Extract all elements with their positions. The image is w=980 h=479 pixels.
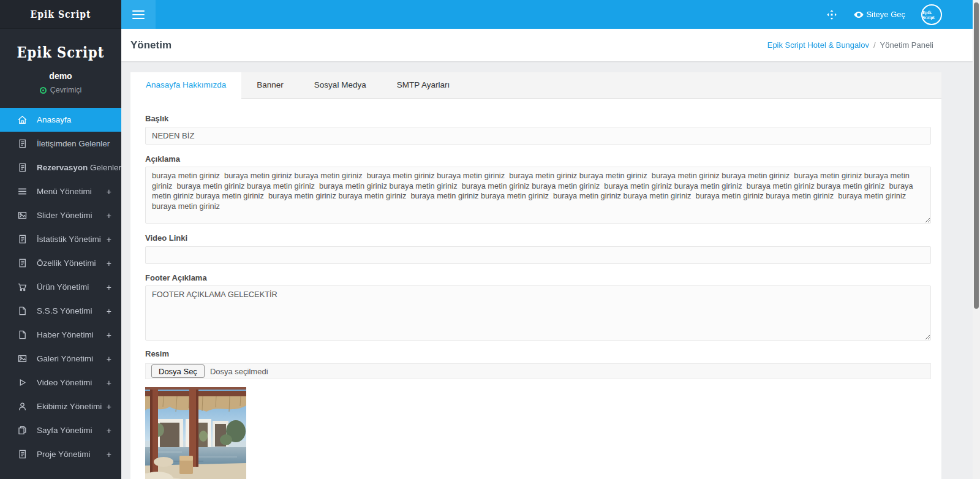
expand-plus-icon[interactable]: + <box>107 330 111 340</box>
sidebar-item-label: S.S.S Yönetimi <box>37 306 107 315</box>
footer-description-field-label: Footer Açıklama <box>145 273 931 282</box>
sidebar-item[interactable]: Özellik Yönetimi+ <box>0 251 121 275</box>
image-icon <box>17 210 28 221</box>
description-field-textarea[interactable]: buraya metin giriniz buraya metin girini… <box>145 167 931 224</box>
user-icon <box>17 401 28 412</box>
description-field-label: Açıklama <box>145 154 931 164</box>
avatar[interactable]: Epik Script <box>921 4 942 25</box>
video-link-field-input[interactable] <box>145 246 931 264</box>
visit-site-button[interactable]: Siteye Geç <box>853 9 905 20</box>
page-title: Yönetim <box>130 39 172 51</box>
tab-banner[interactable]: Banner <box>241 72 299 99</box>
visit-site-label: Siteye Geç <box>866 10 905 19</box>
expand-plus-icon[interactable]: + <box>107 258 111 268</box>
sidebar-item-label: Video Yönetimi <box>37 378 107 387</box>
note-icon <box>17 258 28 269</box>
sidebar-item[interactable]: Anasayfa <box>0 108 121 132</box>
image-field-label: Resim <box>145 349 931 358</box>
expand-plus-icon[interactable]: + <box>107 402 111 412</box>
home-icon <box>17 115 28 126</box>
sidebar-item[interactable]: Proje Yönetimi+ <box>0 442 121 466</box>
sidebar-item-label: Menü Yönetimi <box>37 187 107 196</box>
sidebar-item-label: Galeri Yönetimi <box>37 354 107 363</box>
title-field-input[interactable] <box>145 127 931 145</box>
sidebar-item-label: Sayfa Yönetimi <box>37 426 107 435</box>
sidebar-item[interactable]: Menü Yönetimi+ <box>0 179 121 203</box>
fullscreen-arrows-icon[interactable] <box>826 9 837 20</box>
expand-plus-icon[interactable]: + <box>107 306 111 316</box>
resort-pool-photo <box>145 387 246 479</box>
eye-icon <box>853 9 864 20</box>
breadcrumb-link[interactable]: Epik Script Hotel & Bungalov <box>767 40 869 50</box>
pages-icon <box>17 425 28 436</box>
expand-plus-icon[interactable]: + <box>107 354 111 364</box>
online-ring-icon <box>40 87 47 94</box>
tab-anasayfa-hakk-m-zda[interactable]: Anasayfa Hakkımızda <box>130 72 241 99</box>
footer-description-field-textarea[interactable]: FOOTER AÇIKLAMA GELECEKTİR <box>145 285 931 341</box>
note-icon <box>17 162 28 173</box>
sidebar-item-label: Ekibimiz Yönetimi <box>37 402 107 411</box>
expand-plus-icon[interactable]: + <box>107 282 111 292</box>
note-icon <box>17 234 28 245</box>
sidebar-brand[interactable]: Epik Script <box>0 0 121 29</box>
sidebar-item-label: İstatistik Yönetimi <box>37 235 107 244</box>
sidebar-item-label: Rezervasyon Gelenler <box>37 163 121 172</box>
hamburger-bars <box>132 8 145 21</box>
sidebar-item-label: Özellik Yönetimi <box>37 258 107 268</box>
sidebar-item-label: Ürün Yönetimi <box>37 282 107 292</box>
file-icon <box>17 330 28 341</box>
cart-icon <box>17 282 28 293</box>
sidebar-profile: Epik Script demo Çevrimiçi <box>0 29 121 105</box>
file-input-row: Dosya Seç Dosya seçilmedi <box>145 363 931 379</box>
sidebar-nav: Anasayfaİletişimden GelenlerRezervasyon … <box>0 108 121 466</box>
expand-plus-icon[interactable]: + <box>107 450 111 459</box>
expand-plus-icon[interactable]: + <box>107 187 111 197</box>
sidebar-item[interactable]: Haber Yönetimi+ <box>0 323 121 347</box>
sidebar-item-label: Slider Yönetimi <box>37 211 107 220</box>
sidebar-item-label: İletişimden Gelenler <box>37 139 111 148</box>
title-field-label: Başlık <box>145 114 931 123</box>
breadcrumb-current: Yönetim Paneli <box>880 40 933 50</box>
page-scrollbar[interactable] <box>973 0 980 479</box>
sidebar-item[interactable]: Video Yönetimi+ <box>0 371 121 394</box>
tab-smtp-ayarlar-[interactable]: SMTP Ayarları <box>382 72 466 99</box>
page-header: Yönetim Epik Script Hotel & Bungalov / Y… <box>121 29 973 61</box>
no-file-chosen-label: Dosya seçilmedi <box>210 367 268 376</box>
expand-plus-icon[interactable]: + <box>107 378 111 388</box>
note-icon <box>17 449 28 460</box>
settings-card: Anasayfa HakkımızdaBannerSosyal MedyaSMT… <box>130 72 941 479</box>
sidebar-item[interactable]: Sayfa Yönetimi+ <box>0 418 121 442</box>
expand-plus-icon[interactable]: + <box>107 235 111 244</box>
video-link-field-label: Video Linki <box>145 233 931 243</box>
sidebar-item[interactable]: Ekibimiz Yönetimi+ <box>0 394 121 418</box>
sidebar-item[interactable]: Rezervasyon Gelenler <box>0 156 121 179</box>
expand-plus-icon[interactable]: + <box>107 211 111 221</box>
sidebar-item[interactable]: Ürün Yönetimi+ <box>0 275 121 299</box>
breadcrumb-separator: / <box>873 40 876 50</box>
note-icon <box>17 138 28 149</box>
file-icon <box>17 306 28 317</box>
breadcrumb: Epik Script Hotel & Bungalov / Yönetim P… <box>767 40 933 50</box>
tab-sosyal-medya[interactable]: Sosyal Medya <box>299 72 382 99</box>
scrollbar-thumb[interactable] <box>974 2 979 309</box>
settings-form: Başlık Açıklama buraya metin giriniz bur… <box>130 99 941 479</box>
expand-plus-icon[interactable]: + <box>107 426 111 436</box>
play-icon <box>17 377 28 388</box>
brand-logo-text: Epik Script <box>31 9 91 20</box>
profile-status-label: Çevrimiçi <box>50 86 81 94</box>
hamburger-icon[interactable] <box>121 0 156 29</box>
sidebar-item[interactable]: S.S.S Yönetimi+ <box>0 299 121 323</box>
image-icon <box>17 353 28 364</box>
choose-file-button[interactable]: Dosya Seç <box>151 364 205 378</box>
sidebar-item[interactable]: Galeri Yönetimi+ <box>0 347 121 371</box>
topbar: Siteye Geç Epik Script <box>121 0 973 29</box>
profile-logo-text: Epik Script <box>0 43 121 61</box>
sidebar-item[interactable]: İstatistik Yönetimi+ <box>0 227 121 251</box>
profile-username: demo <box>0 71 121 81</box>
sidebar-item[interactable]: İletişimden Gelenler <box>0 132 121 156</box>
sidebar: Epik Script Epik Script demo Çevrimiçi A… <box>0 0 121 479</box>
sidebar-item-label: Haber Yönetimi <box>37 330 107 339</box>
tab-strip: Anasayfa HakkımızdaBannerSosyal MedyaSMT… <box>130 72 941 99</box>
menu-lines-icon <box>17 186 28 197</box>
sidebar-item[interactable]: Slider Yönetimi+ <box>0 203 121 227</box>
